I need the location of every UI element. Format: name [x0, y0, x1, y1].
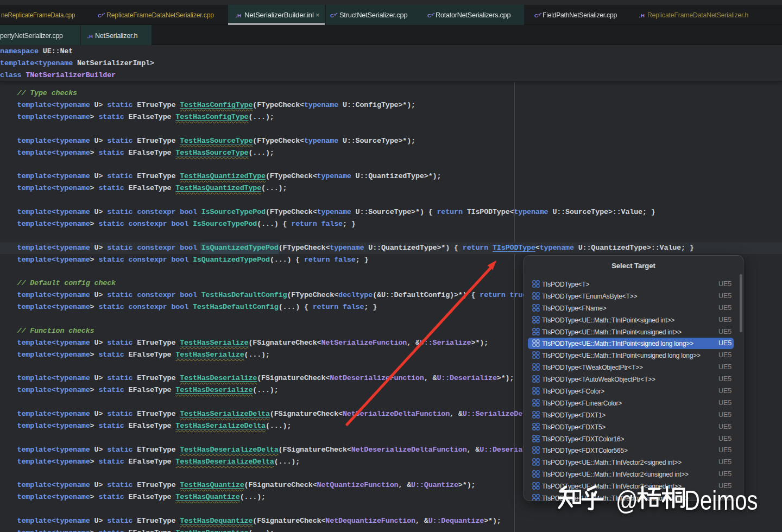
svg-text:C: C: [534, 12, 538, 18]
svg-text:H: H: [237, 12, 241, 18]
svg-text:H: H: [89, 33, 93, 39]
svg-text:C: C: [330, 12, 334, 18]
svg-text:C: C: [427, 12, 431, 18]
svg-text:H: H: [641, 12, 645, 18]
svg-text:C: C: [98, 12, 102, 18]
